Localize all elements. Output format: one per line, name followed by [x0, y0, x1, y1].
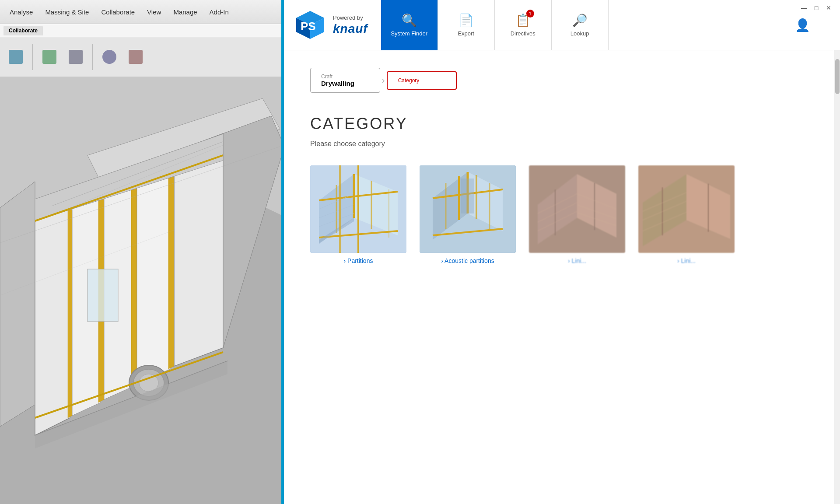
svg-marker-3	[0, 182, 35, 427]
lining-label: › Lini...	[568, 257, 586, 264]
svg-marker-12	[168, 152, 174, 369]
plugin-header: PS Powered by KNAUF 🔍 System Finder 📄 Ex…	[284, 0, 840, 50]
craft-box[interactable]: Craft Drywalling	[310, 68, 380, 93]
toolbar-btn-1[interactable]	[4, 42, 28, 72]
menu-massing-site[interactable]: Massing & Site	[39, 4, 95, 20]
category-card-acoustic[interactable]: › Acoustic partitions	[420, 165, 516, 264]
toolbar-tab-active[interactable]: Collaborate	[4, 26, 43, 35]
breadcrumb-craft[interactable]: Craft Drywalling	[310, 68, 380, 93]
knauf-brand-text: KNAUF	[333, 22, 368, 36]
menu-analyse[interactable]: Analyse	[4, 4, 39, 20]
lookup-icon: 🔎	[572, 13, 588, 28]
cad-3d-scene	[0, 77, 284, 504]
toolbar-btn-3[interactable]	[63, 42, 88, 72]
window-maximize-button[interactable]: □	[812, 4, 821, 12]
acoustic-label: › Acoustic partitions	[441, 257, 494, 264]
partitions-label: › Partitions	[344, 257, 373, 264]
right-scrollbar[interactable]	[834, 50, 840, 504]
toolbar-btn-5[interactable]	[123, 42, 148, 72]
ps-logo-icon: PS	[293, 7, 328, 42]
menu-view[interactable]: View	[141, 4, 167, 20]
menu-collaborate[interactable]: Collaborate	[95, 4, 141, 20]
scrollbar-thumb[interactable]	[835, 59, 840, 94]
toolbar-buttons	[0, 37, 284, 77]
breadcrumb-arrow-1: ›	[382, 75, 385, 85]
acoustic-card-image	[420, 165, 516, 253]
toolbar-btn-4[interactable]	[97, 42, 122, 72]
window-minimize-button[interactable]: —	[800, 4, 808, 12]
tab-directives-label: Directives	[511, 30, 536, 37]
tab-export[interactable]: 📄 Export	[438, 0, 495, 50]
svg-text:PS: PS	[301, 20, 316, 33]
knauf-logo-text: Powered by KNAUF	[333, 14, 368, 36]
tab-lookup[interactable]: 🔎 Lookup	[552, 0, 609, 50]
category-box[interactable]: Category	[387, 71, 457, 90]
svg-marker-10	[131, 169, 137, 386]
partitions-card-image	[310, 165, 406, 253]
export-icon: 📄	[458, 13, 474, 28]
craft-label: Craft	[321, 74, 369, 80]
category-card-lining[interactable]: › Lini...	[529, 165, 625, 264]
panel-divider	[281, 0, 284, 504]
menu-manage[interactable]: Manage	[167, 4, 203, 20]
breadcrumb: Craft Drywalling › Category	[310, 68, 814, 93]
knauf-logo: PS Powered by KNAUF	[293, 7, 368, 42]
tab-export-label: Export	[458, 30, 474, 37]
plugin-panel: — □ ✕ PS Powered by KNAUF	[284, 0, 840, 504]
toolbar-btn-2[interactable]	[37, 42, 62, 72]
tab-system-finder[interactable]: 🔍 System Finder	[381, 0, 438, 50]
plugin-content: Craft Drywalling › Category CATEGORY Ple…	[284, 50, 840, 504]
section-subtitle: Please choose category	[310, 140, 814, 148]
tab-lookup-label: Lookup	[570, 30, 589, 37]
notification-badge: 1	[526, 10, 534, 18]
tab-system-finder-label: System Finder	[391, 30, 427, 37]
lining2-card-image	[638, 165, 735, 253]
user-icon: 👤	[795, 18, 810, 32]
plugin-nav: 🔍 System Finder 📄 Export 📋 1 Directives …	[381, 0, 831, 50]
tab-directives[interactable]: 📋 1 Directives	[495, 0, 552, 50]
section-title: CATEGORY	[310, 115, 814, 133]
powered-by-text: Powered by	[333, 14, 368, 21]
revit-menubar: Analyse Massing & Site Collaborate View …	[0, 0, 284, 24]
cad-viewport	[0, 77, 284, 504]
svg-rect-27	[88, 269, 118, 322]
svg-rect-57	[461, 178, 474, 214]
search-icon: 🔍	[402, 13, 417, 28]
window-controls: — □ ✕	[800, 4, 833, 12]
toolbar-sep-2	[92, 44, 93, 70]
menu-addin[interactable]: Add-In	[203, 4, 235, 20]
lining2-label: › Lini...	[677, 257, 696, 264]
category-card-partitions[interactable]: › Partitions	[310, 165, 406, 264]
craft-value: Drywalling	[321, 80, 369, 87]
toolbar-sep-1	[32, 44, 33, 70]
category-card-lining2[interactable]: › Lini...	[638, 165, 735, 264]
revit-panel: Analyse Massing & Site Collaborate View …	[0, 0, 284, 504]
svg-marker-11	[137, 154, 171, 384]
directives-badge-container: 📋 1	[515, 13, 531, 28]
revit-toolbar: Collaborate	[0, 24, 284, 77]
toolbar-tabs: Collaborate	[0, 24, 284, 37]
svg-marker-6	[68, 201, 72, 418]
svg-marker-5	[35, 203, 70, 435]
window-close-button[interactable]: ✕	[824, 4, 833, 12]
breadcrumb-category[interactable]: Category	[387, 71, 457, 90]
category-grid: › Partitions	[310, 165, 814, 264]
lining-card-image	[529, 165, 625, 253]
category-label: Category	[398, 77, 445, 84]
